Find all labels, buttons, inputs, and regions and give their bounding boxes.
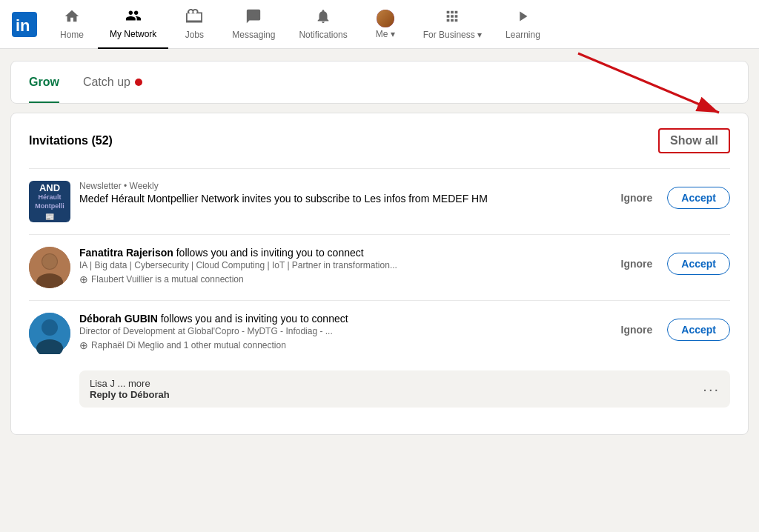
- mutual-icon-2: ⊕: [79, 339, 88, 351]
- invitation-item-fanatitra: Fanatitra Rajerison follows you and is i…: [29, 234, 730, 300]
- deborah-message-preview: Lisa J ... more Reply to Déborah ···: [79, 370, 730, 408]
- navbar: in Home My Network Jobs: [0, 0, 759, 49]
- deborah-actions: Ignore Accept: [615, 319, 730, 341]
- learning-label: Learning: [506, 30, 540, 40]
- for-business-icon: [444, 8, 460, 28]
- jobs-icon: [186, 8, 202, 28]
- medef-info: Newsletter • Weekly Medef Hérault Montpe…: [79, 181, 606, 205]
- show-all-button[interactable]: Show all: [658, 128, 730, 153]
- fanatitra-accept-button[interactable]: Accept: [667, 253, 730, 275]
- fanatitra-mutual: ⊕ Flaubert Vuillier is a mutual connecti…: [79, 273, 606, 285]
- deborah-mutual: ⊕ Raphaël Di Meglio and 1 other mutual c…: [79, 339, 606, 351]
- fanatitra-subtitle: IA | Big data | Cybersecurity | Cloud Co…: [79, 260, 606, 270]
- linkedin-logo[interactable]: in: [12, 12, 37, 37]
- tabs-row: Grow Catch up: [29, 61, 730, 103]
- jobs-label: Jobs: [185, 30, 204, 40]
- fanatitra-actions: Ignore Accept: [615, 253, 730, 275]
- tabs-card: Grow Catch up: [10, 61, 749, 104]
- fanatitra-info: Fanatitra Rajerison follows you and is i…: [79, 247, 606, 285]
- messaging-label: Messaging: [232, 30, 275, 40]
- notifications-icon: [315, 8, 331, 28]
- catch-up-dot: [135, 79, 142, 86]
- learning-icon: [514, 8, 531, 28]
- me-label: Me ▾: [376, 29, 395, 39]
- medef-ignore-button[interactable]: Ignore: [615, 187, 659, 208]
- invitations-section: Invitations (52) Show all AND HéraultMon…: [10, 113, 749, 435]
- home-label: Home: [60, 30, 84, 40]
- nav-item-my-network[interactable]: My Network: [98, 0, 168, 49]
- nav-item-for-business[interactable]: For Business ▾: [411, 0, 494, 49]
- invitations-header: Invitations (52) Show all: [29, 128, 730, 153]
- deborah-accept-button[interactable]: Accept: [667, 319, 730, 341]
- message-more-dots[interactable]: ···: [703, 381, 720, 398]
- invitations-title: Invitations (52): [29, 134, 113, 147]
- deborah-avatar-svg: [29, 313, 70, 354]
- invitation-item-deborah: Déborah GUBIN follows you and is invitin…: [29, 300, 730, 419]
- fanatitra-ignore-button[interactable]: Ignore: [615, 253, 659, 274]
- main-content: Grow Catch up Invitations (52) Show all: [1, 61, 758, 435]
- notifications-label: Notifications: [299, 30, 347, 40]
- deborah-name: Déborah GUBIN follows you and is invitin…: [79, 313, 606, 325]
- fanatitra-avatar-svg: [29, 247, 70, 288]
- svg-text:in: in: [16, 16, 30, 35]
- deborah-avatar: [29, 313, 70, 354]
- fanatitra-avatar: [29, 247, 70, 288]
- medef-avatar: AND HéraultMontpelli 📰: [29, 181, 70, 222]
- nav-item-messaging[interactable]: Messaging: [220, 0, 287, 49]
- svg-point-5: [42, 253, 58, 270]
- me-avatar: [377, 10, 394, 27]
- svg-point-8: [42, 319, 58, 336]
- medef-name: Medef Hérault Montpellier Network invite…: [79, 193, 606, 205]
- fanatitra-name: Fanatitra Rajerison follows you and is i…: [79, 247, 606, 259]
- medef-actions: Ignore Accept: [615, 187, 730, 209]
- nav-item-jobs[interactable]: Jobs: [168, 0, 220, 49]
- home-icon: [64, 8, 80, 28]
- my-network-icon: [125, 7, 142, 27]
- nav-item-notifications[interactable]: Notifications: [287, 0, 359, 49]
- message-preview-text: Lisa J ... more Reply to Déborah: [90, 378, 170, 400]
- deborah-ignore-button[interactable]: Ignore: [615, 319, 659, 340]
- nav-item-home[interactable]: Home: [46, 0, 98, 49]
- my-network-label: My Network: [110, 29, 156, 39]
- medef-accept-button[interactable]: Accept: [667, 187, 730, 209]
- deborah-info: Déborah GUBIN follows you and is invitin…: [79, 313, 606, 351]
- tab-grow[interactable]: Grow: [29, 61, 59, 103]
- tab-catch-up[interactable]: Catch up: [83, 61, 142, 103]
- messaging-icon: [245, 8, 262, 28]
- nav-item-learning[interactable]: Learning: [494, 0, 552, 49]
- nav-item-me[interactable]: Me ▾: [359, 0, 411, 49]
- medef-type: Newsletter • Weekly: [79, 181, 606, 191]
- deborah-subtitle: Director of Development at Global'Copro …: [79, 326, 606, 336]
- mutual-icon: ⊕: [79, 273, 88, 285]
- invitation-item-medef: AND HéraultMontpelli 📰 Newsletter • Week…: [29, 168, 730, 234]
- invitations-card: Invitations (52) Show all AND HéraultMon…: [10, 113, 749, 435]
- for-business-label: For Business ▾: [423, 30, 482, 40]
- nav-items: Home My Network Jobs Messaging: [46, 0, 552, 49]
